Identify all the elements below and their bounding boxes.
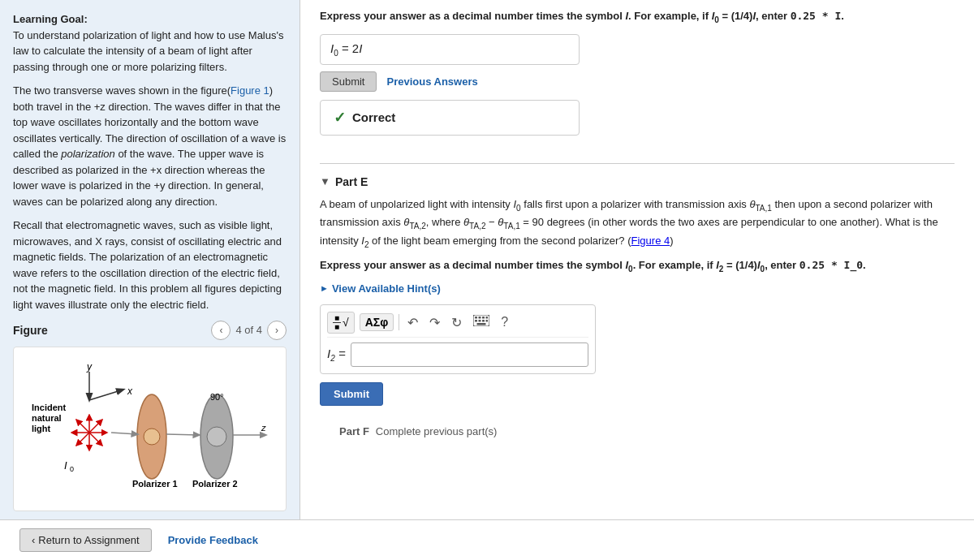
figure-next-btn[interactable]: › <box>267 321 287 340</box>
svg-line-3 <box>89 390 123 400</box>
toolbar-separator <box>399 314 399 330</box>
part-d-submit-btn[interactable]: Submit <box>320 71 377 92</box>
sidebar-paragraph2: Recall that electromagnetic waves, such … <box>13 218 287 312</box>
sidebar-paragraph1: The two transverse waves shown in the fi… <box>13 83 287 209</box>
content-area: Express your answer as a decimal number … <box>300 0 974 519</box>
sqrt-icon: √ <box>343 316 349 329</box>
svg-rect-32 <box>486 317 489 319</box>
svg-line-22 <box>166 434 199 435</box>
svg-text:90°: 90° <box>210 392 224 402</box>
part-f-row: Part F Complete previous part(s) <box>320 419 955 437</box>
hint-link[interactable]: ► View Available Hint(s) <box>320 282 955 295</box>
svg-text:x: x <box>127 386 133 397</box>
return-btn-label: Return to Assignment <box>38 534 139 546</box>
learning-goal-text: To understand polarization of light and … <box>13 29 283 73</box>
part-d-btn-row: Submit Previous Answers <box>320 71 955 92</box>
keyboard-btn[interactable] <box>470 313 493 331</box>
part-e-instruction: Express your answer as a decimal number … <box>320 257 955 276</box>
svg-line-8 <box>89 433 102 446</box>
part-e-label-row: ▼ Part E <box>320 175 955 188</box>
svg-point-18 <box>144 429 160 445</box>
keyboard-icon <box>473 315 489 326</box>
svg-line-12 <box>76 420 89 433</box>
math-answer-input[interactable] <box>351 342 588 367</box>
svg-text:z: z <box>261 423 266 433</box>
svg-point-21 <box>207 427 226 446</box>
sidebar: Learning Goal: To understand polarizatio… <box>0 0 300 519</box>
provide-feedback-link[interactable]: Provide Feedback <box>168 534 258 546</box>
svg-text:y: y <box>86 361 93 373</box>
svg-rect-33 <box>475 320 477 322</box>
part-e-submit-btn[interactable]: Submit <box>320 382 383 406</box>
svg-rect-36 <box>486 320 489 322</box>
svg-rect-37 <box>477 323 486 325</box>
figure-prev-btn[interactable]: ‹ <box>211 321 231 340</box>
part-d-instruction: Express your answer as a decimal number … <box>320 0 955 26</box>
part-e-label: Part E <box>335 175 368 188</box>
figure-nav: ‹ 4 of 4 › <box>211 321 287 340</box>
svg-rect-30 <box>479 317 481 319</box>
svg-text:I: I <box>64 459 67 472</box>
svg-text:0: 0 <box>70 465 74 473</box>
polarizer-diagram: y x Incident natural light <box>22 355 282 498</box>
svg-text:Incident: Incident <box>32 403 67 412</box>
svg-rect-29 <box>475 317 477 319</box>
previous-answers-link[interactable]: Previous Answers <box>386 75 477 88</box>
redo-btn[interactable]: ↷ <box>426 313 443 332</box>
figure-page-count: 4 of 4 <box>235 322 262 338</box>
collapse-arrow-icon[interactable]: ▼ <box>320 175 330 187</box>
svg-line-14 <box>89 420 102 433</box>
footer: ‹ Return to Assignment Provide Feedback <box>0 519 974 560</box>
figure-section: Figure ‹ 4 of 4 › y x Incident <box>13 321 287 511</box>
correct-label: Correct <box>352 110 395 124</box>
part-d-section: Express your answer as a decimal number … <box>320 0 955 145</box>
math-i2-label: I2 = <box>327 347 346 363</box>
part-d-answer-box: I0 = 2I <box>320 34 580 65</box>
math-input-row: I2 = <box>327 342 588 367</box>
reset-btn[interactable]: ↻ <box>448 313 465 332</box>
undo-btn[interactable]: ↶ <box>404 313 421 332</box>
hint-arrow-icon: ► <box>320 283 329 293</box>
svg-line-10 <box>76 433 89 446</box>
learning-goal-title: Learning Goal: <box>13 13 88 25</box>
svg-line-19 <box>111 433 137 434</box>
figure-image-area: y x Incident natural light <box>13 347 287 511</box>
return-arrow-icon: ‹ <box>32 534 35 546</box>
part-f-label: Part F <box>339 425 369 437</box>
svg-rect-35 <box>482 320 485 322</box>
figure-title: Figure <box>13 322 211 339</box>
return-to-assignment-btn[interactable]: ‹ Return to Assignment <box>19 528 152 552</box>
greek-icon: ΑΣφ <box>365 316 389 329</box>
correct-box: ✓ Correct <box>320 100 580 136</box>
math-fraction-btn[interactable]: ■ ■ √ <box>327 312 355 334</box>
figure1-link[interactable]: Figure 1 <box>231 84 269 97</box>
part-e-problem-text: A beam of unpolarized light with intensi… <box>320 196 955 252</box>
math-toolbar: ■ ■ √ ΑΣφ ↶ ↷ ↻ <box>327 312 588 338</box>
part-d-answer-text: I0 = 2I <box>330 41 362 58</box>
math-fraction-icon: ■ ■ <box>333 314 341 331</box>
part-f-text: Complete previous part(s) <box>376 425 498 437</box>
divider <box>320 163 955 164</box>
svg-text:light: light <box>32 424 51 433</box>
figure4-link[interactable]: Figure 4 <box>631 235 670 247</box>
hint-link-label: View Available Hint(s) <box>332 282 441 295</box>
svg-text:Polarizer 1: Polarizer 1 <box>132 479 178 489</box>
part-e-section: ▼ Part E A beam of unpolarized light wit… <box>320 175 955 406</box>
svg-text:Polarizer 2: Polarizer 2 <box>192 479 238 489</box>
checkmark-icon: ✓ <box>334 109 346 127</box>
help-btn[interactable]: ? <box>498 313 511 331</box>
svg-rect-31 <box>482 317 485 319</box>
math-input-container: ■ ■ √ ΑΣφ ↶ ↷ ↻ <box>320 304 596 374</box>
svg-text:natural: natural <box>32 413 62 423</box>
svg-rect-34 <box>479 320 481 322</box>
math-greek-btn[interactable]: ΑΣφ <box>360 313 394 331</box>
